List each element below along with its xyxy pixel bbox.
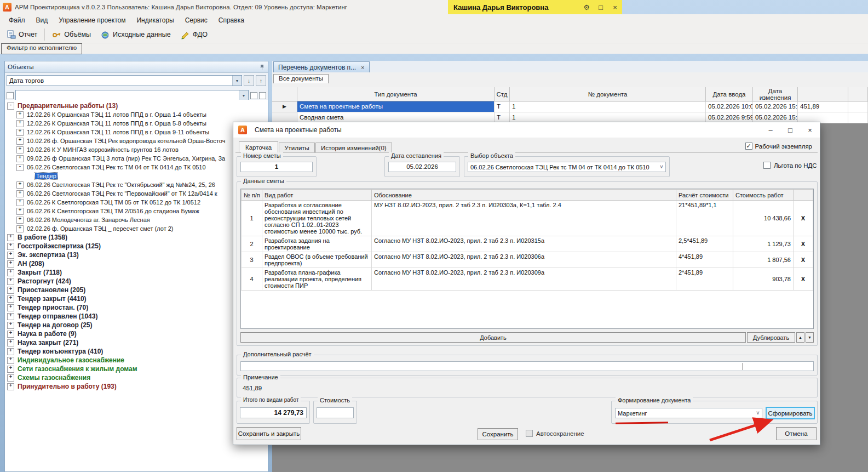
tree-expander-icon[interactable]: - [7,103,14,110]
cell-work-cost[interactable]: 1 129,73 [733,236,794,252]
cell-work-cost[interactable]: 1 807,56 [733,252,794,268]
chevron-down-icon[interactable]: ˅ [754,410,762,416]
tree-item[interactable]: + Тендер закрыт (4410) [5,294,268,303]
cell-work-type[interactable]: Разработка задания на проектирование [262,236,372,252]
tree-expander-icon[interactable]: + [16,199,24,206]
tree-item-label[interactable]: 06.02.26 К Светлогорская ТЭЦ ТМ 2/0516 д… [26,208,200,214]
cell-row-number[interactable]: 3 [242,252,262,268]
cell-work-type[interactable]: Разработка и согласование обоснования ин… [262,201,372,236]
tree-item[interactable]: + 12.02.26 К Оршанская ТЭЦ 11 лотов ППД … [5,119,268,128]
tree-item-label[interactable]: 10.02.26 ф. Оршанская ТЭЦ Рек водопровод… [26,138,226,144]
working-copy-checkbox[interactable]: ✓ Рабочий экземпляр [745,143,812,150]
tree-item-label[interactable]: 09.02.26 ф Оршанская ТЭЦ 3 лота (пир) Ре… [26,155,226,162]
tree-expander-icon[interactable]: + [16,217,24,224]
menu-item[interactable]: Управление проектом [53,15,131,25]
save-button[interactable]: Сохранить [478,428,518,440]
tree-item-label[interactable]: Госстройэкспертиза (125) [16,242,102,250]
header-date-modified[interactable]: Дата изменения [753,87,798,101]
tree-expander-icon[interactable]: + [16,190,24,197]
cell-row-number[interactable]: 4 [242,268,262,291]
cell-doc-number[interactable]: 1 [510,101,706,112]
source-data-button[interactable]: Исходные данные [96,28,175,42]
menu-item[interactable]: Файл [3,15,31,25]
tree-item[interactable]: + Тендер на договор (25) [5,321,268,329]
filter-checkbox[interactable] [7,92,14,99]
save-and-close-button[interactable]: Сохранить и закрыть [237,427,301,440]
tab-close-icon[interactable]: × [361,64,364,71]
estimate-row[interactable]: 1 Разработка и согласование обоснования … [242,201,813,236]
tree-item-label[interactable]: 12.02.26 К Оршанская ТЭЦ 11 лотов ППД в … [26,111,208,118]
cell-work-cost[interactable]: 10 438,66 [733,201,794,236]
tree-expander-icon[interactable]: + [7,234,14,241]
dropdown-arrow-icon[interactable]: ▼ [232,76,242,86]
tree-item-label[interactable]: Приостановлен (205) [16,286,87,294]
tree-item[interactable]: + 02.02.26 ф. Оршанская ТЭЦ _ пересчет с… [5,224,268,233]
tree-item[interactable]: + Принудительно в работу (193) [5,382,268,391]
cell-cost-calc[interactable]: 2,5*451,89 [676,236,733,252]
col-row-number[interactable]: № п/п [242,190,262,201]
tree-expander-icon[interactable]: + [16,129,24,136]
tree-expander-icon[interactable]: + [7,287,14,294]
move-up-button[interactable]: ▲ [796,332,804,343]
menu-item[interactable]: Сервис [180,15,213,25]
tree-item-label[interactable]: Предварительные работы (13) [16,102,119,110]
header-std[interactable]: Стд [495,87,510,101]
dropdown-arrow-icon[interactable]: ▼ [239,90,248,100]
tree-item-label[interactable]: 02.02.26 ф. Оршанская ТЭЦ _ пересчет сме… [26,225,175,232]
tree-item-label[interactable]: 06.02.26 Молодечногаз аг. Занарочь Лесна… [26,217,151,223]
tree-item-label[interactable]: 06.02.26 К Светлогорская ТЭЦ ТМ 05 от ТК… [26,199,202,206]
tree-expander-icon[interactable]: + [7,295,14,303]
dialog-titlebar[interactable]: A Смета на проектные работы – □ × [233,122,820,138]
tree-item-label[interactable]: Эк. экспертиза (13) [16,251,80,259]
delete-row-button[interactable]: X [794,201,813,236]
cell-std[interactable]: Т [495,101,510,112]
cell-cost-calc[interactable]: 4*451,89 [676,252,733,268]
tree-item[interactable]: + Госстройэкспертиза (125) [5,242,268,251]
tree-item-label[interactable]: Закрыт (7118) [16,269,63,276]
tree-item[interactable]: + Закрыт (7118) [5,268,268,277]
tree-item-label[interactable]: Наука в работе (9) [16,330,78,338]
cell-cost-calc[interactable]: 2*451,89 [676,268,733,291]
date-input[interactable]: 05.02.2026 [388,162,456,172]
cell-work-type[interactable]: Раздел ОВОС (в объеме требований предпро… [262,252,372,268]
tree-expander-icon[interactable]: + [16,120,24,127]
delete-row-button[interactable]: X [794,236,813,252]
cell-extra[interactable]: 451,89 [798,101,848,112]
tree-expander-icon[interactable]: + [7,243,14,250]
tree-item-label[interactable]: Тендер [35,173,58,179]
tree-expander-icon[interactable]: + [16,111,24,118]
cell-basis[interactable]: Согласно МУ НЗТ 8.02.ИО-2023, прил. 2 та… [372,252,676,268]
object-select[interactable]: 06.02.26 Светлогоская ТЭЦ Рек тс ТМ 04 о… [468,162,666,172]
tree-item[interactable]: + Тендер отправлен (1043) [5,312,268,321]
note-input[interactable]: 451,89 [240,384,814,393]
tree-item[interactable]: + 06.02.26 Молодечногаз аг. Занарочь Лес… [5,215,268,224]
delete-row-button[interactable]: X [794,268,813,291]
tree-item[interactable]: Тендер [5,172,268,180]
add-row-button[interactable]: Добавить [240,332,746,343]
settings-gear-icon[interactable]: ⚙ [579,0,594,14]
tree-item-label[interactable]: Сети газоснабжения к жилым домам [16,365,139,373]
tree-expander-icon[interactable]: + [16,138,24,145]
autosave-checkbox[interactable]: Автосохранение [526,430,584,437]
cell-row-number[interactable]: 1 [242,201,262,236]
tree-item-label[interactable]: Расторгнут (424) [16,277,72,285]
checkbox-checked-icon[interactable]: ✓ [745,143,752,150]
tree-item[interactable]: + Наука закрыт (271) [5,338,268,347]
tree-item[interactable]: + 06.02.26 Светлогоская ТЭЦ Рек тс "Перв… [5,189,268,198]
tree-expander-icon[interactable]: + [7,374,14,382]
tree-expander-icon[interactable]: + [7,313,14,320]
estimate-row[interactable]: 4 Разработка плана-графика реализации пр… [242,268,813,291]
chevron-down-icon[interactable]: ˅ [658,164,665,170]
dialog-close-icon[interactable]: × [800,123,820,138]
tree-expander-icon[interactable]: + [7,357,14,364]
tree-expander-icon[interactable]: + [16,208,24,215]
tree-item[interactable]: + 10.02.26 К У МИНГАЗ коррозийность грун… [5,145,268,154]
cell-work-cost[interactable]: 903,78 [733,268,794,291]
tree-item[interactable]: - Предварительные работы (13) [5,101,268,110]
cancel-button[interactable]: Отмена [776,427,817,440]
col-basis[interactable]: Обоснование [372,190,676,201]
tree-item-label[interactable]: Тендер приостан. (70) [16,304,89,311]
tree-expander-icon[interactable]: + [7,339,14,346]
estimate-row[interactable]: 3 Раздел ОВОС (в объеме требований предп… [242,252,813,268]
tree-item[interactable]: + 06.02.26 Светлогоская ТЭЦ Рек тс "Октя… [5,180,268,189]
